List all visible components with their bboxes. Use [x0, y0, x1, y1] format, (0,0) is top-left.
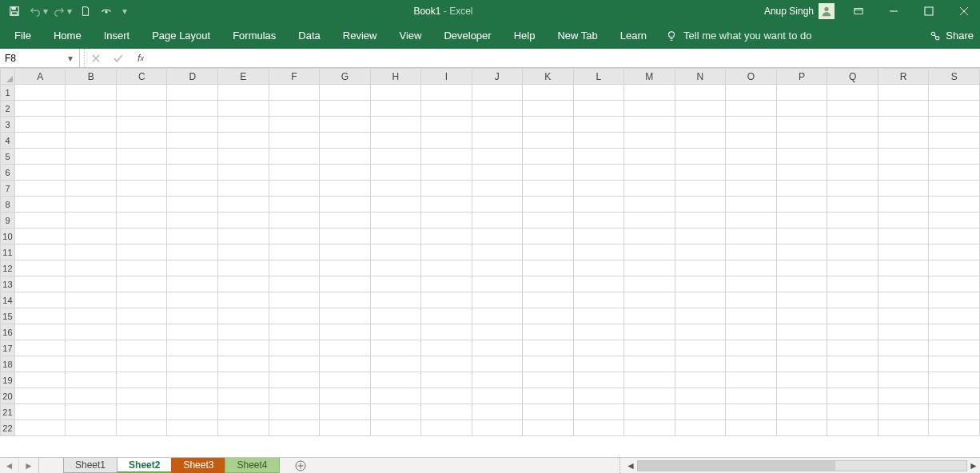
cell[interactable]	[827, 404, 878, 420]
cell[interactable]	[776, 244, 827, 260]
cell[interactable]	[116, 388, 167, 404]
cell[interactable]	[167, 324, 218, 340]
cell[interactable]	[320, 197, 371, 213]
cell[interactable]	[421, 420, 472, 436]
cell[interactable]	[320, 292, 371, 308]
cell[interactable]	[827, 388, 878, 404]
cell[interactable]	[320, 181, 371, 197]
cell[interactable]	[726, 404, 777, 420]
cell[interactable]	[66, 133, 117, 149]
cell[interactable]	[269, 276, 320, 292]
cell[interactable]	[675, 165, 726, 181]
cell[interactable]	[218, 404, 269, 420]
cell[interactable]	[827, 244, 878, 260]
column-header[interactable]: O	[726, 69, 777, 85]
cell[interactable]	[827, 420, 878, 436]
cell[interactable]	[370, 372, 421, 388]
formula-input[interactable]	[152, 49, 980, 67]
cell[interactable]	[726, 420, 777, 436]
cell[interactable]	[66, 292, 117, 308]
tab-home[interactable]: Home	[42, 22, 93, 49]
cell[interactable]	[624, 372, 675, 388]
cell[interactable]	[14, 165, 66, 181]
cell[interactable]	[523, 101, 574, 117]
cell[interactable]	[320, 213, 371, 229]
name-box[interactable]: F8 ▾	[0, 49, 80, 67]
cell[interactable]	[320, 260, 371, 276]
cell[interactable]	[320, 149, 371, 165]
column-header[interactable]: M	[624, 69, 675, 85]
cell[interactable]	[573, 213, 623, 229]
cell[interactable]	[66, 356, 117, 372]
cell[interactable]	[14, 181, 66, 197]
cell[interactable]	[14, 85, 66, 101]
cell[interactable]	[624, 308, 675, 324]
cell[interactable]	[167, 260, 218, 276]
minimize-icon[interactable]	[878, 0, 910, 22]
cell[interactable]	[269, 85, 320, 101]
cell[interactable]	[320, 85, 371, 101]
column-header[interactable]: L	[573, 69, 623, 85]
cell[interactable]	[167, 388, 218, 404]
cell[interactable]	[167, 308, 218, 324]
cell[interactable]	[421, 244, 472, 260]
cell[interactable]	[573, 181, 623, 197]
cell[interactable]	[675, 149, 726, 165]
cell[interactable]	[116, 244, 167, 260]
cell[interactable]	[573, 292, 623, 308]
cell[interactable]	[523, 276, 574, 292]
cell[interactable]	[421, 229, 472, 244]
cell[interactable]	[675, 308, 726, 324]
cell[interactable]	[472, 229, 522, 244]
cell[interactable]	[776, 420, 827, 436]
insert-function-icon[interactable]: fx	[129, 49, 152, 67]
cell[interactable]	[573, 244, 623, 260]
column-header[interactable]: R	[878, 69, 929, 85]
column-header[interactable]: G	[320, 69, 371, 85]
cell[interactable]	[878, 260, 929, 276]
account-button[interactable]: Anup Singh	[759, 3, 839, 19]
cell[interactable]	[929, 85, 980, 101]
cell[interactable]	[624, 356, 675, 372]
cell[interactable]	[523, 229, 574, 244]
cell[interactable]	[827, 356, 878, 372]
tab-data[interactable]: Data	[287, 22, 331, 49]
cell[interactable]	[827, 117, 878, 133]
cell[interactable]	[116, 420, 167, 436]
cell[interactable]	[269, 260, 320, 276]
row-header[interactable]: 11	[1, 244, 15, 260]
row-header[interactable]: 18	[1, 356, 15, 372]
cancel-icon[interactable]	[85, 49, 107, 67]
sheet-tab[interactable]: Sheet2	[117, 458, 172, 473]
cell[interactable]	[929, 340, 980, 356]
cell[interactable]	[116, 340, 167, 356]
cell[interactable]	[827, 213, 878, 229]
cell[interactable]	[421, 388, 472, 404]
cell[interactable]	[421, 181, 472, 197]
cell[interactable]	[370, 229, 421, 244]
cell[interactable]	[523, 85, 574, 101]
name-box-dropdown-icon[interactable]: ▾	[66, 53, 74, 64]
cell[interactable]	[218, 308, 269, 324]
cell[interactable]	[523, 388, 574, 404]
cell[interactable]	[370, 165, 421, 181]
cell[interactable]	[116, 197, 167, 213]
tab-insert[interactable]: Insert	[93, 22, 141, 49]
cell[interactable]	[726, 292, 777, 308]
cell[interactable]	[320, 165, 371, 181]
tab-learn[interactable]: Learn	[609, 22, 658, 49]
cell[interactable]	[624, 324, 675, 340]
column-header[interactable]: K	[523, 69, 574, 85]
cell[interactable]	[472, 372, 522, 388]
cell[interactable]	[218, 229, 269, 244]
cell[interactable]	[573, 85, 623, 101]
cell[interactable]	[878, 244, 929, 260]
cell[interactable]	[523, 420, 574, 436]
cell[interactable]	[370, 260, 421, 276]
cell[interactable]	[675, 133, 726, 149]
cell[interactable]	[66, 308, 117, 324]
cell[interactable]	[370, 404, 421, 420]
cell[interactable]	[421, 308, 472, 324]
cell[interactable]	[878, 133, 929, 149]
cell[interactable]	[66, 404, 117, 420]
